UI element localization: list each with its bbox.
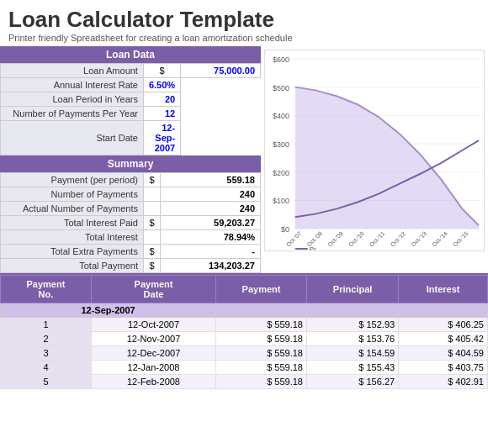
amort-row: 112-Oct-2007$ 559.18$ 152.93$ 406.25 [1,318,488,332]
loan-data-table: Loan Amount$75,000.00Annual Interest Rat… [0,63,261,155]
amort-row-no: 2 [1,332,92,346]
summary-row-dollar: $ [143,245,160,259]
summary-row-label: Total Payment [1,259,144,273]
amort-row-interest: $ 403.75 [399,361,488,375]
amort-row-interest: $ 406.25 [399,318,488,332]
amort-row-payment: $ 559.18 [216,361,307,375]
loan-row-label: Loan Amount [1,64,144,78]
amort-row-principal: $ 154.59 [307,346,399,361]
amort-row-interest: $ 405.42 [399,332,488,346]
col-header-principal: Principal [307,276,399,303]
svg-text:Oct-'14: Oct-'14 [431,230,448,248]
summary-row-dollar: $ [143,216,160,230]
loan-row-value: 20 [143,92,180,107]
svg-text:$100: $100 [273,197,289,205]
amort-row: 312-Dec-2007$ 559.18$ 154.59$ 404.59 [1,346,488,361]
summary-row-label: Total Extra Payments [1,245,144,259]
col-header-interest: Interest [399,276,488,303]
summary-row-label: Payment (per period) [1,173,144,187]
loan-data-header: Loan Data [0,46,261,63]
amort-row-principal: $ 152.93 [307,318,399,332]
col-header-payment: Payment [216,276,307,303]
amort-row-interest: $ 402.91 [399,375,488,389]
summary-row-value: 59,203.27 [160,216,260,230]
amort-row-date: 12-Jan-2008 [91,361,215,375]
col-header-date: PaymentDate [91,276,215,303]
loan-row-value: 12-Sep-2007 [143,121,180,155]
header-section: Loan Calculator Template Printer friendl… [0,0,488,46]
summary-row-value: 240 [160,202,260,216]
svg-text:Oct-'10: Oct-'10 [347,230,365,248]
amort-row: 212-Nov-2007$ 559.18$ 153.76$ 405.42 [1,332,488,346]
amort-row: 512-Feb-2008$ 559.18$ 156.27$ 402.91 [1,375,488,389]
amort-table: PaymentNo. PaymentDate Payment Principal… [0,275,488,389]
amort-row: 412-Jan-2008$ 559.18$ 155.43$ 403.75 [1,361,488,375]
svg-text:Oct-'13: Oct-'13 [410,230,427,248]
amort-row-payment: $ 559.18 [216,346,307,361]
loan-row-label: Number of Payments Per Year [1,107,144,121]
summary-row-dollar [143,230,160,245]
right-panel: $600 $500 $400 $300 $200 $100 $0 [261,46,488,273]
summary-row-dollar: $ [143,173,160,187]
summary-row-value: 559.18 [160,173,260,187]
summary-row-label: Total Interest Paid [1,216,144,230]
summary-row-value: 78.94% [160,230,260,245]
subtitle: Printer friendly Spreadsheet for creatin… [8,33,480,43]
svg-text:$300: $300 [273,140,289,149]
summary-row-value: 240 [160,187,260,202]
summary-header: Summary [0,155,261,172]
amort-row-principal: $ 155.43 [307,361,399,375]
loan-row-value: 75,000.00 [181,64,261,78]
summary-row-value: - [160,245,260,259]
summary-row-dollar [143,187,160,202]
loan-row-value: 12 [143,107,180,121]
amort-row-date: 12-Dec-2007 [91,346,215,361]
amort-row-date: 12-Feb-2008 [91,375,215,389]
amort-row-no: 3 [1,346,92,361]
summary-row-label: Actual Number of Payments [1,202,144,216]
svg-text:Pr...: Pr... [310,245,321,250]
svg-text:$0: $0 [281,225,289,234]
summary-row-label: Number of Payments [1,187,144,202]
amort-row-no: 4 [1,361,92,375]
summary-row-dollar [143,202,160,216]
amort-row-payment: $ 559.18 [216,318,307,332]
chart-svg: $600 $500 $400 $300 $200 $100 $0 [265,50,484,250]
amort-row-date: 12-Oct-2007 [91,318,215,332]
loan-row-label: Loan Period in Years [1,92,144,107]
loan-row-label: Annual Interest Rate [1,78,144,92]
amort-row-principal: $ 153.76 [307,332,399,346]
loan-row-label: Start Date [1,121,144,155]
amort-row-principal: $ 156.27 [307,375,399,389]
col-header-no: PaymentNo. [1,276,92,303]
left-panel: Loan Data Loan Amount$75,000.00Annual In… [0,46,261,273]
amort-row-interest: $ 404.59 [399,346,488,361]
amort-row-date: 12-Nov-2007 [91,332,215,346]
loan-row-dollar: $ [143,64,180,78]
svg-text:$200: $200 [273,169,289,177]
amort-row-no: 1 [1,318,92,332]
amort-row-payment: $ 559.18 [216,332,307,346]
chart-container: $600 $500 $400 $300 $200 $100 $0 [264,50,485,251]
main-title: Loan Calculator Template [8,7,480,33]
amort-start-date: 12-Sep-2007 [1,303,216,318]
summary-row-dollar: $ [143,259,160,273]
svg-text:Oct-'12: Oct-'12 [390,230,407,248]
svg-text:$600: $600 [273,55,289,64]
amort-row-no: 5 [1,375,92,389]
amort-table-wrapper: PaymentNo. PaymentDate Payment Principal… [0,273,488,389]
summary-table: Payment (per period)$559.18Number of Pay… [0,172,261,273]
content-area: Loan Data Loan Amount$75,000.00Annual In… [0,46,488,273]
loan-row-value: 6.50% [143,78,180,92]
svg-text:Oct-'09: Oct-'09 [326,230,344,248]
summary-row-label: Total Interest [1,230,144,245]
svg-text:$400: $400 [273,112,289,120]
svg-text:$500: $500 [273,84,289,92]
svg-text:Oct-'15: Oct-'15 [452,230,469,248]
svg-marker-14 [295,87,479,229]
svg-text:Oct-'11: Oct-'11 [369,230,386,248]
summary-row-value: 134,203.27 [160,259,260,273]
amort-row-payment: $ 559.18 [216,375,307,389]
